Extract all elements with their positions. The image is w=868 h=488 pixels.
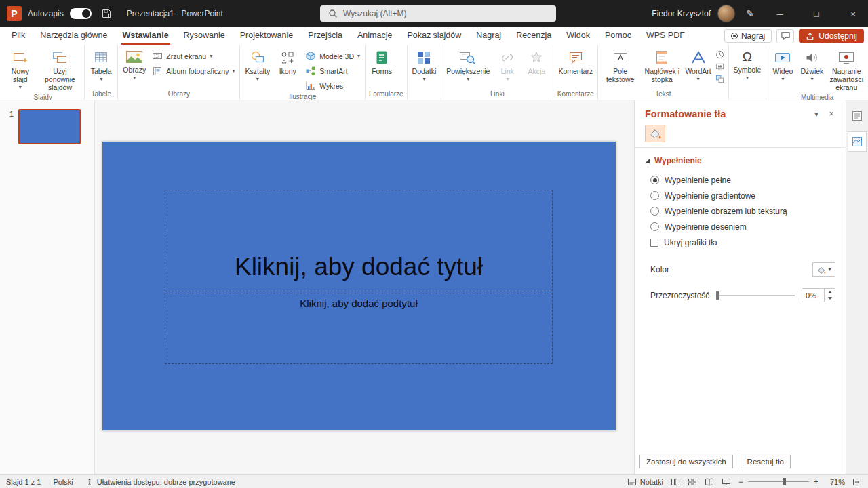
tab-projektowanie[interactable]: Projektowanie xyxy=(233,27,301,45)
close-button[interactable]: × xyxy=(838,0,868,27)
zoom-slider[interactable] xyxy=(748,481,809,483)
subtitle-placeholder[interactable]: Kliknij, aby dodać podtytuł xyxy=(165,293,553,364)
icons-button[interactable]: Ikony xyxy=(273,47,302,77)
zoom-slider-handle[interactable] xyxy=(783,478,786,485)
slide-canvas[interactable]: Kliknij, aby dodać tytuł Kliknij, aby do… xyxy=(95,100,634,474)
pen-icon[interactable]: ✎ xyxy=(742,8,758,19)
color-dropdown-button[interactable]: ▾ xyxy=(812,262,835,277)
audio-button[interactable]: Dźwięk ▾ xyxy=(797,47,826,83)
slide-thumbnail-preview[interactable] xyxy=(18,109,81,144)
tab-widok[interactable]: Widok xyxy=(559,27,597,45)
accessibility-status[interactable]: Ułatwienia dostępu: dobrze przygotowane xyxy=(85,478,235,486)
reading-view-button[interactable] xyxy=(705,478,714,486)
tab-nagraj[interactable]: Nagraj xyxy=(469,27,509,45)
normal-view-button[interactable] xyxy=(671,478,680,486)
spinner-up-icon[interactable] xyxy=(825,289,835,296)
tab-recenzja[interactable]: Recenzja xyxy=(509,27,559,45)
search-placeholder: Wyszukaj (Alt+M) xyxy=(343,9,407,18)
chart-icon xyxy=(305,81,316,92)
zoom-out-button[interactable]: − xyxy=(738,477,743,487)
zoom-in-button[interactable]: + xyxy=(814,477,818,487)
spinner-down-icon[interactable] xyxy=(825,296,835,302)
reset-background-button[interactable]: Resetuj tło xyxy=(741,455,791,468)
tab-plik[interactable]: Plik xyxy=(4,27,33,45)
zoom-level[interactable]: 71% xyxy=(826,478,845,486)
tab-przejscia[interactable]: Przejścia xyxy=(300,27,350,45)
textbox-button[interactable]: Pole tekstowe xyxy=(600,47,640,85)
forms-button[interactable]: Forms xyxy=(368,47,396,77)
transparency-slider[interactable] xyxy=(716,295,795,296)
comment-bubble-icon xyxy=(781,31,791,41)
shapes-button[interactable]: Kształty ▾ xyxy=(242,47,273,83)
table-button[interactable]: Tabela ▾ xyxy=(87,47,115,83)
comments-toggle-button[interactable] xyxy=(776,29,794,43)
transparency-slider-handle[interactable] xyxy=(716,291,719,300)
fill-picture-radio[interactable]: Wypełnienie obrazem lub teksturą xyxy=(645,203,835,219)
new-comment-button[interactable]: Komentarz xyxy=(555,47,595,77)
reuse-slides-button[interactable]: Użyj ponownie slajdów xyxy=(38,47,83,93)
title-placeholder[interactable]: Kliknij, aby dodać tytuł xyxy=(165,190,553,291)
video-button[interactable]: Wideo ▾ xyxy=(768,47,797,83)
notes-toggle[interactable]: Notatki xyxy=(627,478,663,486)
slide[interactable]: Kliknij, aby dodać tytuł Kliknij, aby do… xyxy=(102,142,616,430)
fill-solid-radio[interactable]: Wypełnienie pełne xyxy=(645,172,835,188)
autosave-toggle[interactable] xyxy=(70,8,92,19)
fill-gradient-label: Wypełnienie gradientowe xyxy=(665,191,755,201)
object-button[interactable] xyxy=(715,75,724,83)
addins-label: Dodatki xyxy=(412,67,437,75)
maximize-button[interactable]: □ xyxy=(802,0,831,27)
pictures-button[interactable]: Obrazy ▾ xyxy=(120,47,149,82)
fill-section-header[interactable]: Wypełnienie xyxy=(645,156,835,165)
tab-wps-pdf[interactable]: WPS PDF xyxy=(639,27,692,45)
photo-album-button[interactable]: Album fotograficzny ▾ xyxy=(149,65,237,77)
powerpoint-logo-icon[interactable]: P xyxy=(7,6,22,21)
panel-menu-chevron-icon[interactable]: ▾ xyxy=(809,109,824,119)
tab-rysowanie[interactable]: Rysowanie xyxy=(176,27,233,45)
panel-close-icon[interactable]: × xyxy=(824,109,839,119)
addins-button[interactable]: Dodatki ▾ xyxy=(410,47,439,83)
chart-button[interactable]: Wykres xyxy=(302,80,363,92)
record-button[interactable]: Nagraj xyxy=(724,29,772,43)
new-slide-button[interactable]: Nowy slajd ▾ xyxy=(3,47,37,92)
3d-models-icon xyxy=(305,51,316,62)
tab-wstawianie[interactable]: Wstawianie xyxy=(115,27,176,45)
slide-sorter-view-button[interactable] xyxy=(688,478,697,486)
search-box[interactable]: Wyszukaj (Alt+M) xyxy=(320,5,556,22)
radio-icon xyxy=(650,191,659,200)
slide-number-button[interactable] xyxy=(715,62,724,71)
tab-animacje[interactable]: Animacje xyxy=(350,27,399,45)
header-footer-button[interactable]: Nagłówek i stopka xyxy=(641,47,683,85)
symbols-button[interactable]: Ω Symbole ▾ xyxy=(731,47,764,82)
tab-pomoc[interactable]: Pomoc xyxy=(597,27,639,45)
apply-to-all-button[interactable]: Zastosuj do wszystkich xyxy=(639,455,733,468)
transparency-spinner[interactable]: 0% xyxy=(802,288,835,302)
chevron-down-icon: ▾ xyxy=(810,77,813,82)
3d-models-button[interactable]: Modele 3D ▾ xyxy=(302,50,363,62)
right-icon-strip xyxy=(846,100,868,474)
fill-pattern-radio[interactable]: Wypełnienie deseniem xyxy=(645,219,835,235)
fill-tab-button[interactable] xyxy=(645,125,665,142)
smartart-button[interactable]: SmartArt xyxy=(302,65,363,77)
tab-pokaz-slajdow[interactable]: Pokaz slajdów xyxy=(399,27,469,45)
date-time-button[interactable] xyxy=(715,50,724,59)
language-indicator[interactable]: Polski xyxy=(53,478,73,486)
fit-to-window-icon[interactable] xyxy=(852,478,862,486)
slide-thumbnail-1[interactable]: 1 xyxy=(0,109,94,144)
wordart-button[interactable]: WordArt ▾ xyxy=(684,47,713,83)
save-icon[interactable] xyxy=(98,4,115,23)
slide-indicator[interactable]: Slajd 1 z 1 xyxy=(6,478,41,486)
format-shape-pane-icon[interactable] xyxy=(848,131,867,152)
minimize-button[interactable]: ─ xyxy=(765,0,795,27)
slideshow-view-button[interactable] xyxy=(722,478,731,486)
task-pane-icon[interactable] xyxy=(848,106,867,126)
zoom-link-button[interactable]: Powiększenie ▾ xyxy=(443,47,492,83)
fill-gradient-radio[interactable]: Wypełnienie gradientowe xyxy=(645,188,835,203)
color-label: Kolor xyxy=(650,265,812,274)
screenshot-button[interactable]: Zrzut ekranu ▾ xyxy=(149,50,237,62)
radio-selected-icon xyxy=(650,176,659,184)
screen-recording-button[interactable]: Nagranie zawartości ekranu xyxy=(827,47,866,93)
hide-background-checkbox[interactable]: Ukryj grafiki tła xyxy=(645,235,835,250)
tab-narzedzia-glowne[interactable]: Narzędzia główne xyxy=(33,27,115,45)
share-button[interactable]: Udostępnij xyxy=(799,29,864,43)
avatar[interactable] xyxy=(717,5,735,22)
